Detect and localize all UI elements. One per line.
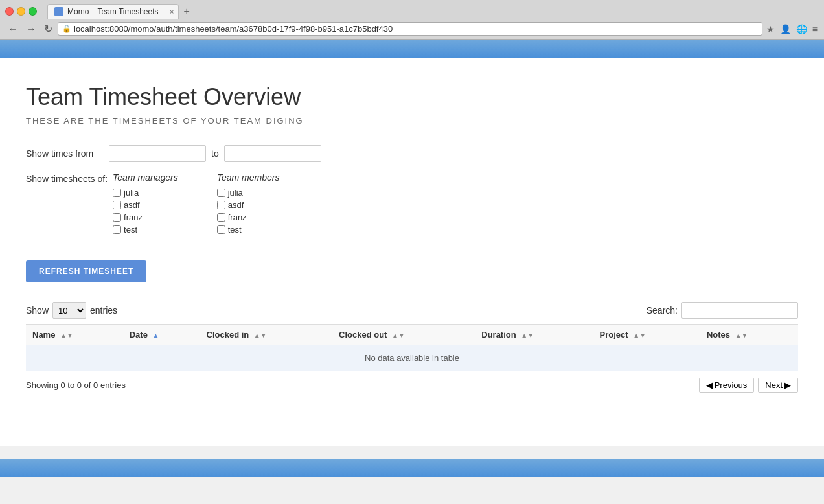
showing-text: Showing 0 to 0 of 0 entries: [26, 380, 126, 390]
team-columns: Team managers julia asdf franz: [113, 172, 279, 235]
manager-julia-label: julia: [124, 188, 139, 198]
previous-label: Previous: [715, 380, 748, 390]
manager-julia-item: julia: [113, 188, 178, 198]
profile-button[interactable]: 👤: [779, 24, 792, 34]
member-asdf-label: asdf: [228, 200, 244, 210]
app-header-bar: [0, 40, 824, 58]
manager-asdf-item: asdf: [113, 200, 178, 210]
minimize-button[interactable]: [17, 7, 25, 16]
pagination: ◀ Previous Next ▶: [699, 378, 798, 393]
member-julia-checkbox[interactable]: [217, 189, 225, 197]
forward-button[interactable]: →: [23, 22, 39, 36]
member-asdf-item: asdf: [217, 200, 280, 210]
extensions-button[interactable]: 🌐: [795, 24, 808, 34]
new-tab-button[interactable]: +: [179, 6, 195, 17]
search-label: Search:: [647, 305, 678, 315]
manager-franz-item: franz: [113, 212, 178, 222]
address-bar[interactable]: 🔓 localhost:8080/momo/auth/timesheets/te…: [58, 22, 762, 36]
member-julia-label: julia: [228, 188, 243, 198]
maximize-button[interactable]: [29, 7, 37, 16]
col-clocked-out[interactable]: Clocked out ▲▼: [332, 325, 475, 345]
clocked-out-sort-icon: ▲▼: [392, 332, 405, 339]
member-franz-checkbox[interactable]: [217, 213, 225, 222]
col-project[interactable]: Project ▲▼: [593, 325, 700, 345]
menu-button[interactable]: ≡: [811, 24, 819, 34]
members-checkbox-group: julia asdf franz test: [217, 188, 280, 235]
page-subtitle: THESE ARE THE TIMESHEETS OF YOUR TEAM DI…: [26, 116, 798, 126]
previous-chevron-icon: ◀: [706, 380, 713, 390]
data-table: Name ▲▼ Date ▲ Clocked in ▲▼ Clocked out…: [26, 324, 798, 371]
entries-label: entries: [90, 305, 117, 315]
manager-test-checkbox[interactable]: [113, 225, 121, 234]
timesheets-filter-row: Show timesheets of: Team managers julia …: [26, 172, 798, 235]
no-data-row: No data available in table: [26, 345, 798, 371]
col-clocked-in[interactable]: Clocked in ▲▼: [200, 325, 333, 345]
manager-franz-label: franz: [124, 212, 143, 222]
member-franz-item: franz: [217, 212, 280, 222]
no-data-cell: No data available in table: [26, 345, 798, 371]
manager-julia-checkbox[interactable]: [113, 189, 121, 197]
manager-asdf-label: asdf: [124, 200, 140, 210]
member-test-label: test: [228, 225, 242, 235]
tab-bar: Momo – Team Timesheets × +: [47, 4, 195, 19]
col-date[interactable]: Date ▲: [123, 325, 200, 345]
table-body: No data available in table: [26, 345, 798, 371]
reload-button[interactable]: ↻: [41, 21, 55, 36]
notes-sort-icon: ▲▼: [735, 332, 748, 339]
back-button[interactable]: ←: [5, 22, 21, 36]
table-controls-top: Show 10 25 50 100 entries Search:: [26, 302, 798, 319]
managers-checkbox-group: julia asdf franz test: [113, 188, 178, 235]
team-managers-title: Team managers: [113, 172, 178, 183]
member-asdf-checkbox[interactable]: [217, 201, 225, 209]
team-managers-column: Team managers julia asdf franz: [113, 172, 178, 235]
name-sort-icon: ▲▼: [60, 332, 73, 339]
manager-franz-checkbox[interactable]: [113, 213, 121, 222]
table-head: Name ▲▼ Date ▲ Clocked in ▲▼ Clocked out…: [26, 325, 798, 345]
show-times-label: Show times from: [26, 148, 104, 159]
col-notes[interactable]: Notes ▲▼: [700, 325, 798, 345]
tab-favicon: [54, 7, 63, 16]
next-label: Next: [765, 380, 783, 390]
lock-icon: 🔓: [62, 25, 71, 33]
show-label: Show: [26, 305, 49, 315]
filter-section: Show times from to Show timesheets of: T…: [26, 145, 798, 235]
project-sort-icon: ▲▼: [633, 332, 646, 339]
active-tab[interactable]: Momo – Team Timesheets ×: [47, 4, 179, 19]
refresh-timesheet-button[interactable]: REFRESH TIMESHEET: [26, 260, 146, 282]
manager-test-label: test: [124, 225, 137, 235]
col-name[interactable]: Name ▲▼: [26, 325, 123, 345]
page-content: Team Timesheet Overview THESE ARE THE TI…: [0, 58, 824, 446]
member-julia-item: julia: [217, 188, 280, 198]
entries-select[interactable]: 10 25 50 100: [52, 302, 86, 319]
to-label: to: [211, 148, 219, 159]
bookmark-button[interactable]: ★: [765, 24, 776, 34]
tab-title: Momo – Team Timesheets: [67, 7, 159, 16]
search-input[interactable]: [681, 302, 798, 319]
member-test-checkbox[interactable]: [217, 225, 225, 234]
page-title: Team Timesheet Overview: [26, 84, 798, 111]
address-bar-row: ← → ↻ 🔓 localhost:8080/momo/auth/timeshe…: [0, 19, 824, 39]
duration-sort-icon: ▲▼: [521, 332, 534, 339]
time-from-input[interactable]: [109, 145, 206, 162]
url-text: localhost:8080/momo/auth/timesheets/team…: [74, 24, 758, 34]
next-button[interactable]: Next ▶: [758, 378, 798, 393]
next-chevron-icon: ▶: [784, 380, 791, 390]
team-members-column: Team members julia asdf franz: [217, 172, 280, 235]
member-test-item: test: [217, 225, 280, 235]
tab-close-icon[interactable]: ×: [170, 8, 174, 16]
manager-test-item: test: [113, 225, 178, 235]
table-footer: Showing 0 to 0 of 0 entries ◀ Previous N…: [26, 378, 798, 393]
date-sort-icon: ▲: [153, 332, 159, 339]
table-header-row: Name ▲▼ Date ▲ Clocked in ▲▼ Clocked out…: [26, 325, 798, 345]
previous-button[interactable]: ◀ Previous: [699, 378, 755, 393]
time-to-input[interactable]: [224, 145, 321, 162]
close-button[interactable]: [5, 7, 14, 16]
clocked-in-sort-icon: ▲▼: [254, 332, 267, 339]
window-controls: [5, 7, 37, 16]
manager-asdf-checkbox[interactable]: [113, 201, 121, 209]
time-filter-row: Show times from to: [26, 145, 798, 162]
show-timesheets-label: Show timesheets of:: [26, 172, 108, 184]
col-duration[interactable]: Duration ▲▼: [475, 325, 593, 345]
address-actions: ★ 👤 🌐 ≡: [765, 24, 819, 34]
app-footer-bar: [0, 459, 824, 477]
